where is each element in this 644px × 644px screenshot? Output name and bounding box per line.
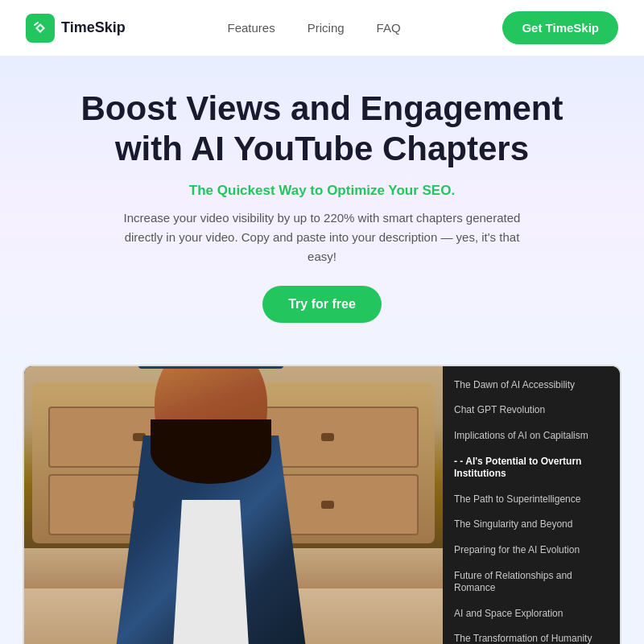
nav-pricing[interactable]: Pricing xyxy=(308,21,345,35)
try-free-button[interactable]: Try for free xyxy=(262,286,382,323)
chapter-item-7[interactable]: Future of Relationships and Romance xyxy=(443,564,620,601)
hero-description: Increase your video visibility by up to … xyxy=(113,208,531,266)
chapter-item-0[interactable]: The Dawn of AI Accessibility xyxy=(443,373,620,398)
nav-faq[interactable]: FAQ xyxy=(377,21,401,35)
person-cap-brim xyxy=(138,366,283,369)
nav-features[interactable]: Features xyxy=(228,21,275,35)
hero-headline: Boost Views and Engagement with AI YouTu… xyxy=(64,89,580,170)
logo-icon xyxy=(26,14,55,43)
person xyxy=(98,366,324,644)
logo-text: TimeSkip xyxy=(61,19,126,36)
chapter-item-1[interactable]: Chat GPT Revolution xyxy=(443,398,620,423)
chapter-item-5[interactable]: The Singularity and Beyond xyxy=(443,512,620,538)
nav-links: Features Pricing FAQ xyxy=(228,21,401,35)
chapter-item-2[interactable]: Implications of AI on Capitalism xyxy=(443,423,620,449)
hero-subtitle: The Quickest Way to Optimize Your SEO. xyxy=(64,183,580,199)
chapter-item-9[interactable]: The Transformation of Humanity xyxy=(443,626,620,644)
logo: TimeSkip xyxy=(26,14,126,43)
navbar: TimeSkip Features Pricing FAQ Get TimeSk… xyxy=(0,0,644,56)
video-scene xyxy=(24,366,443,644)
hero-section: Boost Views and Engagement with AI YouTu… xyxy=(0,56,644,365)
chapter-item-8[interactable]: AI and Space Exploration xyxy=(443,601,620,627)
video-main: The Dawn of AI AccessibilityChat GPT Rev… xyxy=(24,366,620,644)
person-beard xyxy=(151,419,271,484)
chapter-item-3[interactable]: - AI's Potential to Overturn Institution… xyxy=(443,449,620,487)
chapters-panel: The Dawn of AI AccessibilityChat GPT Rev… xyxy=(443,366,620,644)
chapter-item-4[interactable]: The Path to Superintelligence xyxy=(443,487,620,513)
video-player: The Dawn of AI AccessibilityChat GPT Rev… xyxy=(23,365,621,644)
chapter-item-6[interactable]: Preparing for the AI Evolution xyxy=(443,538,620,564)
get-timeskip-button[interactable]: Get TimeSkip xyxy=(502,11,618,44)
